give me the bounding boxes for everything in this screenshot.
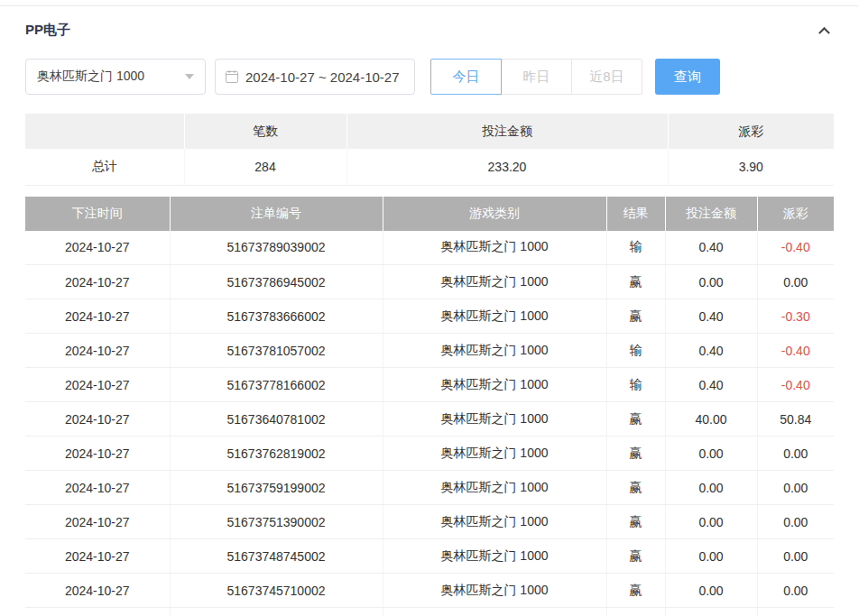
table-row: 2024-10-2751673745710002奥林匹斯之门 1000赢0.00… (25, 574, 834, 608)
table-row: 2024-10-2751673759199002奥林匹斯之门 1000赢0.00… (25, 471, 834, 505)
bet-amount-cell: 0.40 (665, 299, 757, 334)
bet-time-cell: 2024-10-27 (25, 334, 170, 368)
payout-cell: 0.00 (757, 505, 834, 539)
game-name-cell: 奥林匹斯之门 1000 (383, 539, 606, 574)
bet-id-cell (170, 608, 383, 616)
quick-date-buttons: 今日 昨日 近8日 (430, 59, 642, 95)
payout-cell: 0.00 (757, 437, 834, 471)
summary-table: 笔数 投注金额 派彩 总计 284 233.20 3.90 (25, 114, 834, 186)
header-result: 结果 (606, 197, 665, 231)
result-cell: 赢 (606, 437, 665, 471)
bet-time-cell: 2024-10-27 (25, 539, 170, 574)
payout-cell: 50.84 (757, 402, 834, 437)
game-select[interactable]: 奥林匹斯之门 1000 (25, 59, 206, 95)
table-row: 2024-10-2751673748745002奥林匹斯之门 1000赢0.00… (25, 539, 834, 574)
bet-id-cell: 51673751390002 (170, 505, 383, 539)
table-row: 2024-10-2751673786945002奥林匹斯之门 1000赢0.00… (25, 265, 834, 299)
game-name-cell: 奥林匹斯之门 1000 (383, 574, 606, 608)
bet-table-header-row: 下注时间 注单编号 游戏类别 结果 投注金额 派彩 (25, 197, 834, 231)
bet-id-cell: 51673778166002 (170, 368, 383, 402)
bet-amount-cell: 0.00 (665, 265, 757, 299)
table-row: 2024-10-2751673778166002奥林匹斯之门 1000输0.40… (25, 368, 834, 402)
game-name-cell: 奥林匹斯之门 1000 (383, 334, 606, 368)
payout-cell: 0.00 (757, 539, 834, 574)
summary-total-row: 总计 284 233.20 3.90 (25, 149, 834, 185)
game-name-cell: 奥林匹斯之门 1000 (383, 471, 606, 505)
date-range-picker[interactable]: 2024-10-27 ~ 2024-10-27 (215, 59, 415, 95)
summary-header-row: 笔数 投注金额 派彩 (25, 114, 834, 149)
summary-header-empty (25, 114, 184, 149)
summary-header-count: 笔数 (184, 114, 346, 149)
bet-amount-cell: 0.00 (665, 437, 757, 471)
yesterday-button[interactable]: 昨日 (501, 59, 572, 95)
bet-table: 下注时间 注单编号 游戏类别 结果 投注金额 派彩 2024-10-275167… (25, 197, 834, 616)
result-cell: 赢 (606, 471, 665, 505)
summary-payout-value: 3.90 (668, 149, 834, 185)
last-8-days-button[interactable]: 近8日 (571, 59, 642, 95)
payout-cell: 0.00 (757, 471, 834, 505)
table-row: 2024-10-2751673751390002奥林匹斯之门 1000赢0.00… (25, 505, 834, 539)
result-cell: 赢 (606, 505, 665, 539)
bet-time-cell: 2024-10-27 (25, 437, 170, 471)
bet-amount-cell (665, 608, 757, 616)
header-bet-time: 下注时间 (25, 197, 170, 231)
header-game-category: 游戏类别 (383, 197, 606, 231)
payout-cell (757, 608, 834, 616)
game-name-cell: 奥林匹斯之门 1000 (383, 402, 606, 437)
result-cell: 赢 (606, 574, 665, 608)
bet-amount-cell: 40.00 (665, 402, 757, 437)
date-range-value: 2024-10-27 ~ 2024-10-27 (245, 69, 400, 85)
bet-time-cell: 2024-10-27 (25, 299, 170, 334)
top-divider (0, 5, 859, 6)
payout-cell: -0.40 (757, 231, 834, 265)
table-row: 2024-10-2751673789039002奥林匹斯之门 1000输0.40… (25, 231, 834, 265)
header-bet-id: 注单编号 (170, 197, 383, 231)
bet-amount-cell: 0.40 (665, 334, 757, 368)
bet-amount-cell: 0.00 (665, 574, 757, 608)
bet-time-cell (25, 608, 170, 616)
calendar-icon (225, 69, 239, 84)
game-select-value: 奥林匹斯之门 1000 (37, 69, 144, 85)
summary-header-bet-amount: 投注金额 (346, 114, 668, 149)
bet-id-cell: 51673748745002 (170, 539, 383, 574)
result-cell: 赢 (606, 539, 665, 574)
bet-amount-cell: 0.40 (665, 231, 757, 265)
bet-time-cell: 2024-10-27 (25, 574, 170, 608)
result-cell: 输 (606, 368, 665, 402)
header-bet-amount: 投注金额 (665, 197, 757, 231)
game-name-cell: 奥林匹斯之门 1000 (383, 505, 606, 539)
result-cell: 输 (606, 334, 665, 368)
bet-time-cell: 2024-10-27 (25, 368, 170, 402)
bet-records-panel: PP电子 奥林匹斯之门 1000 2024-10-27 ~ 2024-10-27… (0, 20, 859, 616)
table-row: 2024-10-2751673640781002奥林匹斯之门 1000赢40.0… (25, 402, 834, 437)
summary-header-payout: 派彩 (668, 114, 834, 149)
game-name-cell: 奥林匹斯之门 1000 (383, 299, 606, 334)
table-row: 2024-10-2751673762819002奥林匹斯之门 1000赢0.00… (25, 437, 834, 471)
bet-id-cell: 51673762819002 (170, 437, 383, 471)
page-title: PP电子 (25, 22, 70, 39)
table-row-partial (25, 608, 834, 616)
payout-cell: 0.00 (757, 265, 834, 299)
game-name-cell: 奥林匹斯之门 1000 (383, 437, 606, 471)
summary-bet-amount-value: 233.20 (346, 149, 668, 185)
bet-id-cell: 51673759199002 (170, 471, 383, 505)
game-name-cell: 奥林匹斯之门 1000 (383, 368, 606, 402)
today-button[interactable]: 今日 (430, 59, 502, 95)
result-cell: 赢 (606, 299, 665, 334)
bet-table-body: 2024-10-2751673789039002奥林匹斯之门 1000输0.40… (25, 231, 834, 616)
bet-time-cell: 2024-10-27 (25, 505, 170, 539)
chevron-up-icon (818, 26, 830, 38)
summary-total-label: 总计 (25, 149, 184, 185)
collapse-button[interactable] (814, 20, 834, 40)
search-button[interactable]: 查询 (655, 59, 720, 95)
filter-bar: 奥林匹斯之门 1000 2024-10-27 ~ 2024-10-27 今日 昨… (25, 59, 834, 95)
chevron-down-icon (185, 74, 194, 79)
bet-id-cell: 51673745710002 (170, 574, 383, 608)
bet-id-cell: 51673781057002 (170, 334, 383, 368)
bet-amount-cell: 0.00 (665, 505, 757, 539)
game-name-cell: 奥林匹斯之门 1000 (383, 231, 606, 265)
result-cell (606, 608, 665, 616)
payout-cell: -0.40 (757, 368, 834, 402)
payout-cell: -0.30 (757, 299, 834, 334)
table-row: 2024-10-2751673781057002奥林匹斯之门 1000输0.40… (25, 334, 834, 368)
